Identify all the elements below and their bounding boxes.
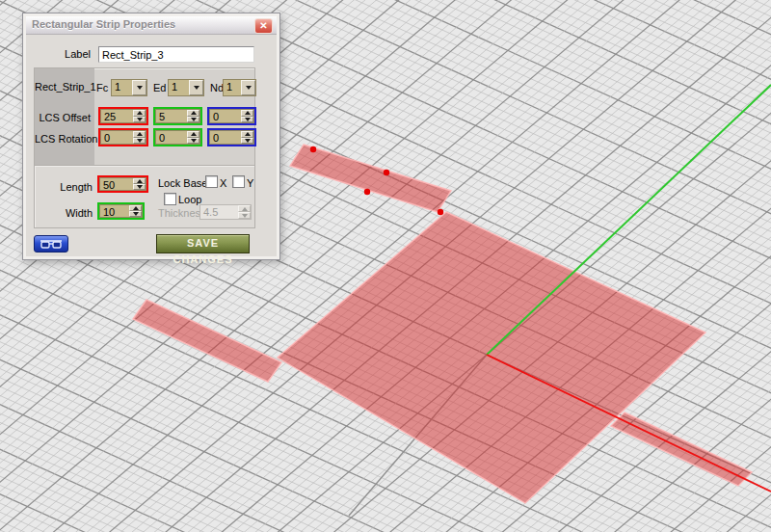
- thickness-stepper: 4.5: [199, 204, 252, 220]
- glasses-icon: [40, 239, 63, 250]
- chevron-down-icon[interactable]: [241, 80, 255, 95]
- loop-checkbox[interactable]: [164, 193, 176, 205]
- lcs-rotation-y-value: 0: [156, 131, 187, 144]
- chevron-down-icon[interactable]: [132, 80, 146, 95]
- lcs-rotation-z-value: 0: [210, 131, 241, 144]
- lcs-offset-label: LCS Offset: [35, 112, 91, 123]
- lcs-rotation-x-wrap: 0: [98, 128, 148, 146]
- vertex-dot[interactable]: [384, 170, 389, 175]
- lcs-offset-x-value: 25: [101, 110, 133, 122]
- strip-name-label: Rect_Strip_1: [35, 81, 91, 93]
- length-value: 50: [100, 178, 133, 190]
- spin-down-icon[interactable]: [187, 138, 199, 145]
- length-wrap: 50: [97, 175, 148, 193]
- close-icon[interactable]: ✕: [254, 18, 273, 34]
- spin-down-icon[interactable]: [187, 117, 199, 123]
- length-stepper[interactable]: 50: [99, 177, 146, 191]
- spin-down-icon[interactable]: [129, 211, 142, 217]
- ed-combo[interactable]: 1: [168, 79, 204, 96]
- lock-y-label: Y: [247, 177, 253, 189]
- width-wrap: 10: [97, 202, 145, 220]
- lcs-rotation-x-stepper[interactable]: 0: [100, 130, 146, 145]
- grid-line-a: [0, 467, 771, 532]
- lcs-group: Rect_Strip_1 Fc 1 Ed 1 Nd 1 LCS Offset 2…: [34, 67, 255, 167]
- vertex-dot[interactable]: [310, 146, 316, 152]
- spin-up-icon: [238, 205, 251, 212]
- fc-value: 1: [112, 80, 132, 95]
- nd-value: 1: [224, 80, 241, 95]
- fc-label: Fc: [96, 82, 108, 93]
- dimensions-group: Length 50 Lock Base X Y Loop Width 10 Th…: [34, 165, 255, 228]
- grid-line-a: [0, 476, 771, 532]
- lcs-offset-z-wrap: 0: [207, 107, 256, 125]
- rect-strip-properties-dialog: Rectangular Strip Properties ✕ Label Rec…: [22, 13, 280, 260]
- nd-combo[interactable]: 1: [223, 79, 256, 96]
- grid-line-b: [0, 440, 771, 532]
- spin-down-icon[interactable]: [133, 117, 146, 123]
- lcs-rotation-z-wrap: 0: [207, 128, 256, 146]
- lock-x-checkbox[interactable]: [205, 175, 218, 188]
- lcs-rotation-x-value: 0: [101, 131, 133, 144]
- ed-label: Ed: [153, 82, 166, 93]
- lcs-offset-x-wrap: 25: [98, 107, 148, 125]
- grid-line-a-major: [0, 440, 771, 532]
- spin-down-icon: [238, 212, 251, 219]
- lcs-offset-y-stepper[interactable]: 5: [155, 109, 200, 123]
- lock-x-label: X: [220, 177, 226, 189]
- vertex-dot[interactable]: [364, 189, 370, 195]
- lcs-offset-z-stepper[interactable]: 0: [209, 109, 254, 123]
- lcs-rotation-y-wrap: 0: [153, 128, 202, 146]
- thickness-value: 4.5: [200, 205, 238, 219]
- grid-line-a: [0, 405, 771, 532]
- spin-down-icon[interactable]: [133, 138, 146, 145]
- lcs-rotation-y-stepper[interactable]: 0: [155, 130, 200, 145]
- grid-line-b: [0, 488, 771, 532]
- lcs-rotation-z-stepper[interactable]: 0: [209, 130, 254, 145]
- label-field-caption: Label: [52, 48, 91, 60]
- length-label: Length: [35, 181, 93, 193]
- chevron-down-icon[interactable]: [189, 80, 203, 95]
- ed-value: 1: [169, 80, 189, 95]
- lock-y-checkbox[interactable]: [232, 175, 245, 188]
- fc-combo[interactable]: 1: [111, 79, 147, 96]
- view-button[interactable]: [34, 235, 68, 253]
- lcs-offset-y-value: 5: [156, 110, 187, 122]
- save-changes-button[interactable]: SAVE CHANGES: [156, 234, 250, 253]
- width-value: 10: [100, 205, 129, 217]
- spin-down-icon[interactable]: [133, 184, 146, 190]
- nd-label: Nd: [210, 82, 224, 93]
- lcs-offset-z-value: 0: [210, 110, 241, 122]
- loop-label: Loop: [178, 194, 201, 205]
- vertex-dot[interactable]: [438, 209, 443, 215]
- dialog-titlebar[interactable]: Rectangular Strip Properties: [26, 16, 277, 35]
- lock-base-label: Lock Base: [158, 177, 207, 189]
- spin-down-icon[interactable]: [241, 117, 253, 123]
- lcs-rotation-label: LCS Rotation: [35, 133, 91, 145]
- lcs-offset-x-stepper[interactable]: 25: [100, 109, 146, 123]
- lcs-offset-y-wrap: 5: [153, 107, 202, 125]
- width-label: Width: [35, 207, 93, 219]
- label-input[interactable]: [98, 46, 254, 63]
- dialog-title: Rectangular Strip Properties: [32, 18, 175, 30]
- width-stepper[interactable]: 10: [99, 204, 143, 218]
- spin-down-icon[interactable]: [241, 138, 253, 145]
